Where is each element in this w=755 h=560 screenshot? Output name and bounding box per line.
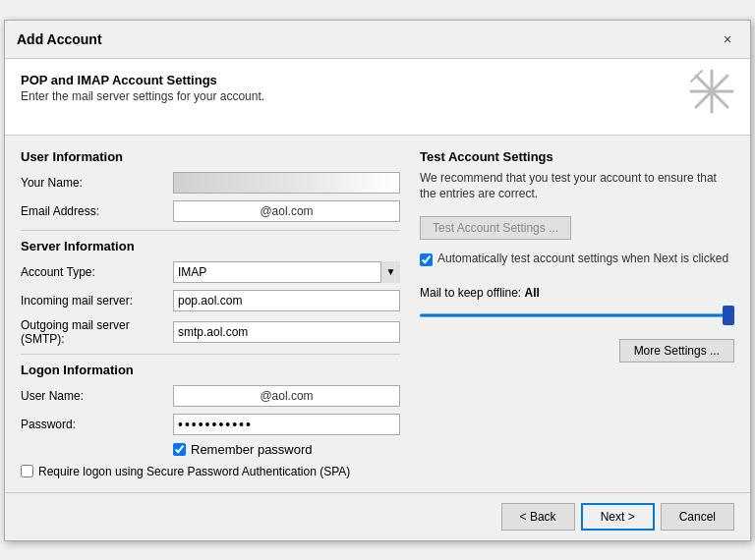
offline-slider-container <box>420 308 734 323</box>
username-row: User Name: <box>21 385 400 407</box>
password-label: Password: <box>21 418 173 431</box>
outgoing-server-input[interactable] <box>173 321 400 343</box>
remember-password-row: Remember password <box>173 442 400 457</box>
auto-test-checkbox[interactable] <box>420 253 433 266</box>
divider-2 <box>21 354 400 355</box>
remember-password-checkbox[interactable] <box>173 443 186 456</box>
next-button[interactable]: Next > <box>581 503 655 531</box>
your-name-input[interactable] <box>173 172 400 194</box>
title-bar: Add Account × <box>5 21 750 59</box>
outgoing-server-row: Outgoing mail server (SMTP): <box>21 318 400 346</box>
spa-label[interactable]: Require logon using Secure Password Auth… <box>38 465 350 478</box>
header-section: POP and IMAP Account Settings Enter the … <box>5 59 750 136</box>
incoming-server-row: Incoming mail server: <box>21 290 400 311</box>
account-type-select-wrapper: IMAP POP3 ▼ <box>173 261 400 283</box>
footer: < Back Next > Cancel <box>5 492 750 540</box>
divider-1 <box>21 230 400 231</box>
password-row: Password: <box>21 414 400 435</box>
account-type-label: Account Type: <box>21 265 173 279</box>
remember-password-label[interactable]: Remember password <box>191 442 313 457</box>
account-type-row: Account Type: IMAP POP3 ▼ <box>21 261 400 283</box>
offline-label: Mail to keep offline: All <box>420 286 734 300</box>
email-input[interactable] <box>173 200 400 222</box>
left-panel: User Information Your Name: Email Addres… <box>21 149 400 478</box>
outgoing-server-label: Outgoing mail server (SMTP): <box>21 318 173 346</box>
offline-value: All <box>525 286 540 300</box>
header-icon <box>689 69 734 121</box>
dialog-title: Add Account <box>17 31 102 47</box>
username-label: User Name: <box>21 389 173 403</box>
spa-checkbox[interactable] <box>21 465 33 477</box>
back-button[interactable]: < Back <box>501 503 575 531</box>
email-row: Email Address: <box>21 200 400 222</box>
logon-info-title: Logon Information <box>21 363 400 377</box>
auto-test-label[interactable]: Automatically test account settings when… <box>437 252 728 265</box>
password-input[interactable] <box>173 414 400 435</box>
auto-test-row: Automatically test account settings when… <box>420 252 734 266</box>
offline-section: Mail to keep offline: All <box>420 286 734 323</box>
server-info-title: Server Information <box>21 239 400 253</box>
slider-fill <box>420 314 734 317</box>
close-button[interactable]: × <box>717 28 738 50</box>
right-panel: Test Account Settings We recommend that … <box>420 149 734 478</box>
your-name-label: Your Name: <box>21 176 173 190</box>
account-type-select[interactable]: IMAP POP3 <box>173 261 400 283</box>
email-label: Email Address: <box>21 204 173 218</box>
test-section-desc: We recommend that you test your account … <box>420 170 734 203</box>
header-title: POP and IMAP Account Settings <box>21 73 264 87</box>
incoming-server-input[interactable] <box>173 290 400 311</box>
incoming-server-label: Incoming mail server: <box>21 294 173 308</box>
test-account-settings-button[interactable]: Test Account Settings ... <box>420 216 571 240</box>
test-section-title: Test Account Settings <box>420 149 734 164</box>
add-account-dialog: Add Account × POP and IMAP Account Setti… <box>4 20 751 541</box>
content-area: User Information Your Name: Email Addres… <box>5 136 750 492</box>
username-input[interactable] <box>173 385 400 407</box>
user-info-title: User Information <box>21 149 400 164</box>
header-text: POP and IMAP Account Settings Enter the … <box>21 73 264 103</box>
spa-row: Require logon using Secure Password Auth… <box>21 465 400 478</box>
more-settings-row: More Settings ... <box>420 339 734 363</box>
slider-thumb[interactable] <box>723 306 734 325</box>
cancel-button[interactable]: Cancel <box>661 503 734 531</box>
more-settings-button[interactable]: More Settings ... <box>619 339 734 363</box>
your-name-row: Your Name: <box>21 172 400 194</box>
header-subtitle: Enter the mail server settings for your … <box>21 89 264 103</box>
